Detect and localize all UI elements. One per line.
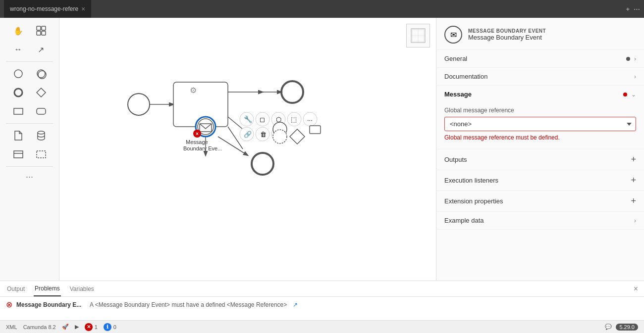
- tab-close-button[interactable]: ×: [81, 5, 85, 12]
- tab-label: wrong-no-message-refere: [10, 5, 78, 12]
- svg-point-11: [38, 131, 45, 134]
- general-section: General ›: [436, 50, 644, 68]
- problem-source[interactable]: Message Boundary E...: [16, 301, 86, 308]
- error-count-item[interactable]: ✕ 1: [85, 323, 98, 331]
- svg-text:Boundary Eve...: Boundary Eve...: [183, 145, 222, 151]
- svg-text:···: ···: [307, 116, 313, 124]
- svg-point-7: [14, 89, 22, 96]
- panel-title-group: MESSAGE BOUNDARY EVENT Message Boundary …: [468, 28, 546, 41]
- documentation-section-header[interactable]: Documentation ›: [436, 68, 644, 85]
- message-expand-arrow: ⌄: [631, 91, 636, 98]
- svg-text:🗑: 🗑: [260, 131, 267, 138]
- circle-shadow-tool[interactable]: [30, 65, 52, 83]
- move-tool[interactable]: ↔: [7, 41, 29, 58]
- element-icon: ✉: [444, 26, 462, 44]
- format-label: XML: [6, 324, 17, 330]
- chat-button[interactable]: 💬: [605, 324, 612, 330]
- svg-text:◻: ◻: [260, 116, 265, 123]
- svg-point-19: [128, 94, 150, 115]
- extension-properties-add-button[interactable]: +: [631, 196, 636, 206]
- svg-point-49: [281, 81, 303, 103]
- status-right: 💬 5.29.0: [605, 324, 638, 331]
- outputs-label: Outputs: [444, 156, 467, 163]
- global-message-reference-select[interactable]: <none>: [444, 117, 636, 131]
- svg-text:⚙: ⚙: [190, 86, 197, 95]
- new-tab-button[interactable]: +: [626, 5, 630, 13]
- version-badge: 5.29.0: [616, 324, 638, 331]
- tab-output[interactable]: Output: [6, 281, 26, 296]
- documentation-label: Documentation: [444, 73, 487, 80]
- execution-listeners-label: Execution listeners: [444, 177, 498, 184]
- canvas-area[interactable]: ⚙ × Message Boundary Eve... 🔧 ◻: [59, 18, 436, 281]
- problem-message: A <Message Boundary Event> must have a d…: [90, 301, 287, 308]
- info-count-item[interactable]: ℹ 0: [104, 323, 116, 331]
- arrow-tool[interactable]: ↗: [30, 41, 52, 58]
- message-section-header[interactable]: Message ⌄: [436, 86, 644, 103]
- example-data-arrow: ›: [634, 217, 636, 224]
- svg-rect-14: [37, 151, 46, 158]
- example-data-label: Example data: [444, 217, 484, 224]
- svg-text:🔧: 🔧: [244, 115, 253, 124]
- svg-point-4: [14, 70, 22, 78]
- panel-tool[interactable]: [7, 145, 29, 163]
- tab-problems[interactable]: Problems: [34, 281, 61, 296]
- info-count: 0: [113, 324, 116, 330]
- svg-marker-52: [290, 129, 305, 144]
- toolbar-divider-2: [6, 123, 53, 124]
- message-section: Message ⌄ Global message reference <none…: [436, 86, 644, 149]
- element-name: Message Boundary Event: [468, 34, 546, 41]
- main-container: ✋ ↔ ↗: [0, 18, 644, 281]
- general-section-header[interactable]: General ›: [436, 50, 644, 67]
- example-data-header[interactable]: Example data ›: [436, 212, 644, 229]
- general-arrow: ›: [634, 55, 636, 62]
- play-button[interactable]: ▶: [75, 324, 79, 330]
- documentation-arrow: ›: [634, 73, 636, 80]
- error-icon: ⊗: [6, 300, 12, 309]
- outputs-section-header[interactable]: Outputs +: [436, 149, 644, 170]
- extension-properties-section: Extension properties +: [436, 191, 644, 212]
- message-section-content: Global message reference <none> Global m…: [436, 103, 644, 149]
- active-tab[interactable]: wrong-no-message-refere ×: [4, 0, 91, 18]
- message-error-text: Global message reference must be defined…: [444, 134, 636, 141]
- message-label: Message: [444, 91, 472, 98]
- title-bar-actions: + ⋯: [626, 5, 640, 13]
- svg-text:Message: Message: [186, 139, 208, 145]
- engine-label: Camunda 8.2: [23, 324, 56, 330]
- circle-tool[interactable]: [7, 65, 29, 83]
- diamond-tool[interactable]: [30, 84, 52, 101]
- svg-line-25: [228, 127, 243, 149]
- problem-link[interactable]: ↗: [293, 301, 298, 308]
- svg-text:⬚: ⬚: [291, 116, 297, 123]
- hand-tool[interactable]: ✋: [7, 22, 29, 40]
- info-badge: ℹ: [104, 323, 111, 331]
- rounded-rect-tool[interactable]: [30, 102, 52, 120]
- thick-circle-tool[interactable]: [7, 84, 29, 101]
- select-tool[interactable]: [30, 22, 52, 40]
- doc-tool[interactable]: [7, 127, 29, 144]
- svg-text:🔗: 🔗: [244, 130, 252, 139]
- svg-rect-0: [37, 26, 41, 30]
- db-tool[interactable]: [30, 127, 52, 144]
- dashed-tool[interactable]: [30, 145, 52, 163]
- bpmn-diagram[interactable]: ⚙ × Message Boundary Eve... 🔧 ◻: [109, 33, 436, 221]
- tab-variables[interactable]: Variables: [69, 281, 95, 296]
- svg-rect-10: [37, 108, 46, 114]
- panel-header: ✉ MESSAGE BOUNDARY EVENT Message Boundar…: [436, 18, 644, 50]
- svg-rect-3: [42, 31, 46, 35]
- message-error-dot: [623, 93, 627, 96]
- left-toolbar: ✋ ↔ ↗: [0, 18, 59, 281]
- execution-listeners-add-button[interactable]: +: [631, 175, 636, 186]
- more-tools-button[interactable]: ···: [24, 170, 35, 184]
- example-data-section: Example data ›: [436, 212, 644, 230]
- outputs-add-button[interactable]: +: [631, 154, 636, 165]
- error-count: 1: [95, 324, 98, 330]
- bottom-panel-close-button[interactable]: ×: [634, 285, 638, 293]
- toolbar-divider-1: [6, 61, 53, 62]
- rect-tool[interactable]: [7, 102, 29, 120]
- deploy-button[interactable]: 🚀: [62, 324, 69, 330]
- title-bar: wrong-no-message-refere × + ⋯: [0, 0, 644, 18]
- format-indicator: XML: [6, 324, 17, 330]
- more-tabs-button[interactable]: ⋯: [634, 5, 640, 13]
- execution-listeners-header[interactable]: Execution listeners +: [436, 170, 644, 190]
- extension-properties-header[interactable]: Extension properties +: [436, 191, 644, 211]
